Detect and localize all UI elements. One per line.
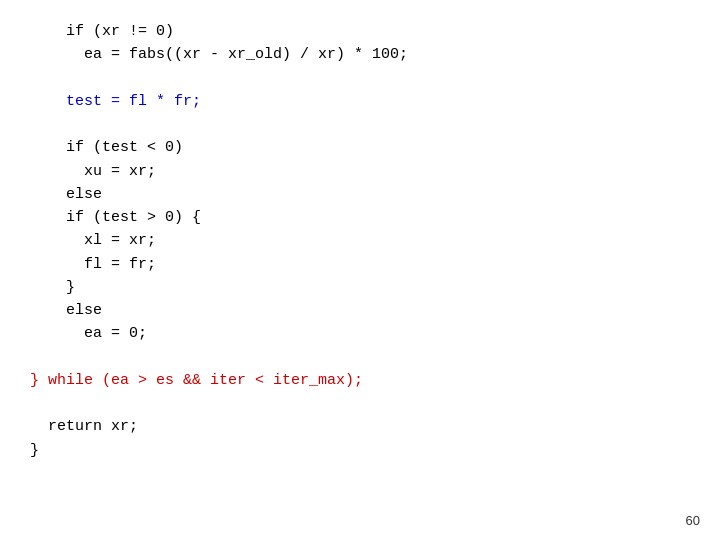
code-line-7: else: [30, 183, 690, 206]
code-line-3: test = fl * fr;: [30, 90, 690, 113]
code-line-12: else: [30, 299, 690, 322]
code-line-17: return xr;: [30, 415, 690, 438]
code-line-1: ea = fabs((xr - xr_old) / xr) * 100;: [30, 43, 690, 66]
code-line-5: if (test < 0): [30, 136, 690, 159]
code-line-13: ea = 0;: [30, 322, 690, 345]
code-line-8: if (test > 0) {: [30, 206, 690, 229]
code-line-4: [30, 113, 690, 136]
code-line-14: [30, 346, 690, 369]
code-line-15: } while (ea > es && iter < iter_max);: [30, 369, 690, 392]
code-line-10: fl = fr;: [30, 253, 690, 276]
page-number: 60: [686, 513, 700, 528]
code-block: if (xr != 0) ea = fabs((xr - xr_old) / x…: [30, 20, 690, 462]
code-line-16: [30, 392, 690, 415]
code-line-9: xl = xr;: [30, 229, 690, 252]
code-line-18: }: [30, 439, 690, 462]
code-line-2: [30, 67, 690, 90]
code-line-0: if (xr != 0): [30, 20, 690, 43]
code-line-11: }: [30, 276, 690, 299]
code-line-6: xu = xr;: [30, 160, 690, 183]
